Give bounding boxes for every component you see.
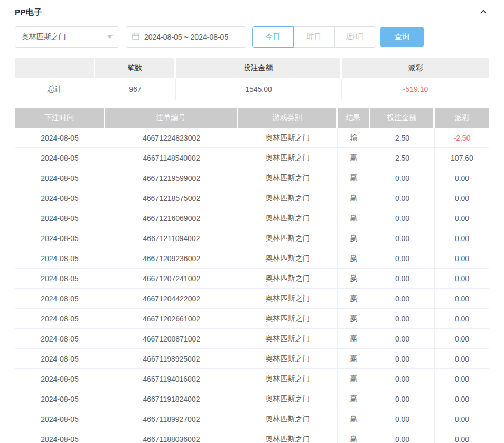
panel-header: PP电子 [15,5,489,19]
table-row: 2024-08-05 46671209236002 奥林匹斯之门 赢 0.00 … [15,248,489,269]
cell-result: 赢 [338,349,370,369]
search-button[interactable]: 查询 [380,27,424,47]
date-range-picker[interactable]: 2024-08-05 ~ 2024-08-05 [126,26,246,48]
cell-game-category: 奥林匹斯之门 [238,409,338,429]
cell-game-category: 奥林匹斯之门 [238,188,338,208]
cell-bet-amount: 0.00 [370,289,435,309]
table-row: 2024-08-05 46671200871002 奥林匹斯之门 赢 0.00 … [15,329,489,349]
table-row: 2024-08-05 46671148540002 奥林匹斯之门 赢 2.50 … [15,148,489,168]
cell-bet-time: 2024-08-05 [15,148,105,168]
summary-table: 笔数 投注金额 派彩 总计 967 1545.00 -519.10 [15,58,489,100]
cell-game-category: 奥林匹斯之门 [238,228,338,248]
cell-ticket-number: 46671194016002 [105,369,238,389]
summary-total-payout: -519.10 [342,78,489,100]
cell-game-category: 奥林匹斯之门 [238,128,338,148]
yesterday-button[interactable]: 昨日 [293,26,335,48]
date-range-value: 2024-08-05 ~ 2024-08-05 [144,33,228,41]
summary-total-row: 总计 967 1545.00 -519.10 [15,78,489,100]
cell-bet-time: 2024-08-05 [15,369,105,389]
cell-payout: 0.00 [435,429,489,443]
cell-bet-time: 2024-08-05 [15,329,105,349]
cell-ticket-number: 46671202661002 [105,309,238,329]
summary-header-count: 笔数 [95,58,176,78]
collapse-panel-button[interactable] [478,6,489,18]
cell-result: 赢 [338,168,370,188]
cell-ticket-number: 46671198925002 [105,349,238,369]
summary-total-count: 967 [95,78,176,100]
cell-ticket-number: 46671200871002 [105,329,238,349]
cell-ticket-number: 46671188036002 [105,429,238,443]
summary-header-empty [15,58,95,78]
cell-bet-time: 2024-08-05 [15,289,105,309]
cell-ticket-number: 46671209236002 [105,248,238,269]
cell-game-category: 奥林匹斯之门 [238,369,338,389]
today-button[interactable]: 今日 [252,26,294,48]
chevron-up-icon [479,7,488,17]
cell-game-category: 奥林匹斯之门 [238,208,338,228]
table-body: 2024-08-05 46671224823002 奥林匹斯之门 输 2.50 … [15,128,489,443]
cell-result: 赢 [338,329,370,349]
cell-ticket-number: 46671211094002 [105,228,238,248]
cell-ticket-number: 46671216069002 [105,208,238,228]
summary-header-bet-amount: 投注金额 [176,58,342,78]
panel-title: PP电子 [15,7,42,17]
table-row: 2024-08-05 46671211094002 奥林匹斯之门 赢 0.00 … [15,228,489,248]
cell-result: 赢 [338,148,370,168]
cell-payout: 0.00 [435,309,489,329]
cell-result: 赢 [338,309,370,329]
cell-payout: 0.00 [435,409,489,429]
cell-ticket-number: 46671191824002 [105,389,238,409]
cell-bet-time: 2024-08-05 [15,389,105,409]
cell-bet-amount: 0.00 [370,208,435,228]
cell-bet-amount: 0.00 [370,269,435,289]
cell-payout: 0.00 [435,188,489,208]
cell-bet-time: 2024-08-05 [15,128,105,148]
col-header-game-category: 游戏类别 [238,108,338,128]
table-row: 2024-08-05 46671191824002 奥林匹斯之门 赢 0.00 … [15,389,489,409]
cell-result: 赢 [338,409,370,429]
cell-game-category: 奥林匹斯之门 [238,289,338,309]
col-header-ticket-number: 注单编号 [105,108,238,128]
cell-ticket-number: 46671224823002 [105,128,238,148]
cell-game-category: 奥林匹斯之门 [238,248,338,269]
cell-payout: 107.60 [435,148,489,168]
cell-ticket-number: 46671204422002 [105,289,238,309]
cell-result: 赢 [338,389,370,409]
cell-payout: 0.00 [435,228,489,248]
cell-bet-amount: 0.00 [370,429,435,443]
cell-bet-amount: 0.00 [370,248,435,269]
cell-result: 输 [338,128,370,148]
chevron-down-icon [107,35,113,39]
cell-payout: 0.00 [435,248,489,269]
cell-result: 赢 [338,289,370,309]
cell-result: 赢 [338,188,370,208]
cell-bet-time: 2024-08-05 [15,248,105,269]
cell-bet-amount: 2.50 [370,148,435,168]
cell-game-category: 奥林匹斯之门 [238,148,338,168]
cell-payout: 0.00 [435,389,489,409]
cell-bet-amount: 0.00 [370,369,435,389]
cell-game-category: 奥林匹斯之门 [238,349,338,369]
table-row: 2024-08-05 46671204422002 奥林匹斯之门 赢 0.00 … [15,289,489,309]
cell-bet-time: 2024-08-05 [15,168,105,188]
summary-total-bet-amount: 1545.00 [176,78,342,100]
table-row: 2024-08-05 46671224823002 奥林匹斯之门 输 2.50 … [15,128,489,148]
last-8-days-button[interactable]: 近8日 [334,26,376,48]
calendar-icon [132,32,140,42]
table-row: 2024-08-05 46671207241002 奥林匹斯之门 赢 0.00 … [15,269,489,289]
table-row: 2024-08-05 46671188036002 奥林匹斯之门 赢 0.00 … [15,429,489,443]
cell-payout: 0.00 [435,289,489,309]
game-select[interactable]: 奥林匹斯之门 [15,26,119,48]
cell-payout: -2.50 [435,128,489,148]
cell-game-category: 奥林匹斯之门 [238,329,338,349]
col-header-payout: 派彩 [435,108,489,128]
cell-result: 赢 [338,429,370,443]
cell-bet-amount: 0.00 [370,309,435,329]
cell-game-category: 奥林匹斯之门 [238,429,338,443]
summary-header-row: 笔数 投注金额 派彩 [15,58,489,78]
table-header-row: 下注时间 注单编号 游戏类别 结果 投注金额 派彩 [15,108,489,128]
cell-bet-time: 2024-08-05 [15,269,105,289]
table-row: 2024-08-05 46671198925002 奥林匹斯之门 赢 0.00 … [15,349,489,369]
cell-bet-amount: 0.00 [370,349,435,369]
col-header-result: 结果 [338,108,370,128]
